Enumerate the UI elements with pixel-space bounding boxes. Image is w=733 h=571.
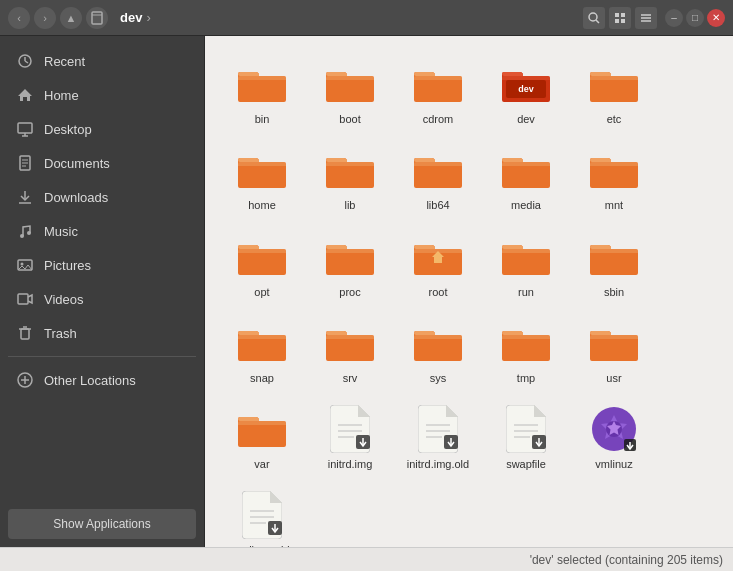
file-label: sbin [604, 285, 624, 299]
svg-rect-6 [615, 19, 619, 23]
sidebar-label-music: Music [44, 224, 78, 239]
folder-icon [326, 146, 374, 194]
maximize-button[interactable]: □ [686, 9, 704, 27]
file-label: lib [344, 198, 355, 212]
folder-icon [502, 146, 550, 194]
forward-button[interactable]: › [34, 7, 56, 29]
sidebar-item-videos[interactable]: Videos [4, 283, 200, 315]
file-label: mnt [605, 198, 623, 212]
svg-rect-5 [621, 13, 625, 17]
view-toggle-button[interactable] [609, 7, 631, 29]
file-item-snap[interactable]: snap [221, 311, 303, 391]
file-label: swapfile [506, 457, 546, 471]
show-applications-button[interactable]: Show Applications [8, 509, 196, 539]
documents-icon [16, 154, 34, 172]
folder-icon [414, 60, 462, 108]
file-item-sbin[interactable]: sbin [573, 225, 655, 305]
file-item-vmlinuz[interactable]: vmlinuz [573, 397, 655, 477]
search-button[interactable] [583, 7, 605, 29]
path-arrow: › [146, 10, 150, 25]
file-item-proc[interactable]: proc [309, 225, 391, 305]
menu-button[interactable] [635, 7, 657, 29]
file-item-home[interactable]: home [221, 138, 303, 218]
file-item-run[interactable]: run [485, 225, 567, 305]
toolbar-right: – □ ✕ [583, 7, 725, 29]
back-button[interactable]: ‹ [8, 7, 30, 29]
file-item-root[interactable]: root [397, 225, 479, 305]
file-item-sys[interactable]: sys [397, 311, 479, 391]
music-icon [16, 222, 34, 240]
sidebar-item-desktop[interactable]: Desktop [4, 113, 200, 145]
file-item-vmlinuz.old[interactable]: vmlinuz.old [221, 483, 303, 547]
file-label: var [254, 457, 269, 471]
file-label: proc [339, 285, 360, 299]
sidebar-label-other-locations: Other Locations [44, 373, 136, 388]
file-label: run [518, 285, 534, 299]
folder-icon [238, 60, 286, 108]
status-bar: 'dev' selected (containing 205 items) [0, 547, 733, 571]
sidebar-label-pictures: Pictures [44, 258, 91, 273]
up-button[interactable]: ▲ [60, 7, 82, 29]
file-item-tmp[interactable]: tmp [485, 311, 567, 391]
svg-point-25 [27, 231, 31, 235]
bookmark-button[interactable] [86, 7, 108, 29]
file-item-initrd.img[interactable]: initrd.img [309, 397, 391, 477]
sidebar-item-trash[interactable]: Trash [4, 317, 200, 349]
file-item-cdrom[interactable]: cdrom [397, 52, 479, 132]
svg-point-24 [20, 234, 24, 238]
file-item-srv[interactable]: srv [309, 311, 391, 391]
sidebar-label-desktop: Desktop [44, 122, 92, 137]
pictures-icon [16, 256, 34, 274]
file-item-initrd.img.old[interactable]: initrd.img.old [397, 397, 479, 477]
sidebar: Recent Home Desktop Documents Downloads [0, 36, 205, 547]
close-button[interactable]: ✕ [707, 9, 725, 27]
svg-rect-15 [18, 123, 32, 133]
file-label: initrd.img [328, 457, 373, 471]
file-label: sys [430, 371, 447, 385]
file-item-lib[interactable]: lib [309, 138, 391, 218]
folder-icon [326, 233, 374, 281]
svg-rect-28 [18, 294, 28, 304]
file-item-boot[interactable]: boot [309, 52, 391, 132]
file-label: dev [517, 112, 535, 126]
folder-icon [590, 319, 638, 367]
file-item-opt[interactable]: opt [221, 225, 303, 305]
sidebar-item-music[interactable]: Music [4, 215, 200, 247]
file-label: boot [339, 112, 360, 126]
file-label: root [429, 285, 448, 299]
svg-rect-4 [615, 13, 619, 17]
file-item-bin[interactable]: bin [221, 52, 303, 132]
sidebar-item-home[interactable]: Home [4, 79, 200, 111]
file-item-usr[interactable]: usr [573, 311, 655, 391]
sidebar-label-videos: Videos [44, 292, 84, 307]
file-item-swapfile[interactable]: swapfile [485, 397, 567, 477]
file-item-media[interactable]: media [485, 138, 567, 218]
svg-line-13 [25, 61, 28, 63]
sidebar-item-downloads[interactable]: Downloads [4, 181, 200, 213]
file-item-lib64[interactable]: lib64 [397, 138, 479, 218]
folder-icon: dev [502, 60, 550, 108]
sidebar-item-pictures[interactable]: Pictures [4, 249, 200, 281]
current-path: dev [120, 10, 142, 25]
file-label: usr [606, 371, 621, 385]
folder-icon [238, 233, 286, 281]
main-area: Recent Home Desktop Documents Downloads [0, 36, 733, 547]
folder-icon [326, 60, 374, 108]
file-item-etc[interactable]: etc [573, 52, 655, 132]
minimize-button[interactable]: – [665, 9, 683, 27]
file-item-dev[interactable]: dev dev [485, 52, 567, 132]
other-locations-icon [16, 371, 34, 389]
sidebar-item-documents[interactable]: Documents [4, 147, 200, 179]
file-item-mnt[interactable]: mnt [573, 138, 655, 218]
folder-icon [238, 319, 286, 367]
file-item-var[interactable]: var [221, 397, 303, 477]
folder-icon [414, 233, 462, 281]
sidebar-item-recent[interactable]: Recent [4, 45, 200, 77]
file-label: etc [607, 112, 622, 126]
file-label: vmlinuz [595, 457, 632, 471]
file-label: lib64 [426, 198, 449, 212]
folder-icon [590, 233, 638, 281]
folder-icon [590, 146, 638, 194]
svg-rect-29 [21, 329, 29, 339]
sidebar-item-other-locations[interactable]: Other Locations [4, 364, 200, 396]
